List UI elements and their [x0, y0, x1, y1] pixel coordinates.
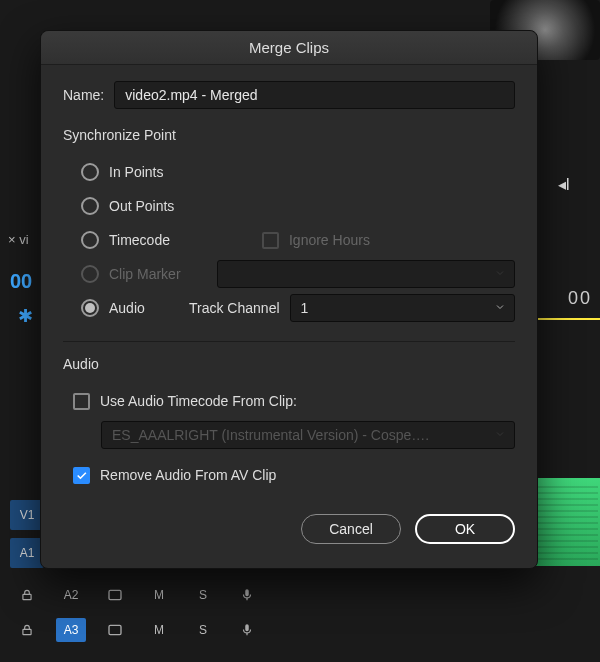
sync-point-group: Synchronize Point In Points Out Points T… [63, 127, 515, 325]
playhead-bar [535, 318, 600, 320]
chevron-down-icon [494, 266, 506, 282]
step-back-icon[interactable]: ◂I [558, 175, 570, 194]
lock-icon[interactable] [12, 583, 42, 607]
track-header-a1[interactable]: A1 [10, 538, 44, 568]
radio-audio[interactable] [81, 299, 99, 317]
track-label-a2[interactable]: A2 [56, 583, 86, 607]
track-label-a3[interactable]: A3 [56, 618, 86, 642]
separator [63, 341, 515, 342]
solo-button[interactable]: S [188, 618, 218, 642]
remove-audio-label: Remove Audio From AV Clip [100, 467, 276, 483]
radio-out-points-label: Out Points [109, 198, 174, 214]
radio-in-points[interactable] [81, 163, 99, 181]
svg-rect-0 [23, 594, 31, 599]
panel-close-label: × vi [8, 232, 29, 247]
audio-group: Audio Use Audio Timecode From Clip: ES_A… [63, 356, 515, 492]
clip-marker-select [217, 260, 515, 288]
track-output-icon[interactable] [100, 618, 130, 642]
voiceover-icon[interactable] [232, 618, 262, 642]
audio-clip-select: ES_AAALRIGHT (Instrumental Version) - Co… [101, 421, 515, 449]
track-channel-label: Track Channel [189, 300, 280, 316]
snap-icon[interactable]: ✱ [18, 305, 33, 327]
radio-in-points-label: In Points [109, 164, 163, 180]
track-channel-select[interactable]: 1 [290, 294, 515, 322]
name-input[interactable] [114, 81, 515, 109]
radio-out-points[interactable] [81, 197, 99, 215]
mute-button[interactable]: M [144, 618, 174, 642]
dialog-titlebar: Merge Clips [41, 31, 537, 65]
name-row: Name: [63, 81, 515, 109]
merge-clips-dialog: Merge Clips Name: Synchronize Point In P… [40, 30, 538, 569]
audio-clip-select-value: ES_AAALRIGHT (Instrumental Version) - Co… [112, 427, 429, 443]
chevron-down-icon [494, 427, 506, 443]
ignore-hours-label: Ignore Hours [289, 232, 370, 248]
mute-button[interactable]: M [144, 583, 174, 607]
track-row-a2: A2 M S [12, 580, 262, 610]
radio-audio-label: Audio [109, 300, 179, 316]
use-audio-tc-label: Use Audio Timecode From Clip: [100, 393, 297, 409]
audio-clip[interactable] [530, 478, 600, 566]
timecode-right: 00 [568, 288, 592, 309]
svg-rect-3 [109, 625, 121, 634]
sync-point-legend: Synchronize Point [63, 127, 515, 143]
svg-rect-1 [109, 590, 121, 599]
track-output-icon[interactable] [100, 583, 130, 607]
ok-button[interactable]: OK [415, 514, 515, 544]
voiceover-icon[interactable] [232, 583, 262, 607]
track-row-a3: A3 M S [12, 615, 262, 645]
dialog-button-row: Cancel OK [63, 514, 515, 544]
dialog-title: Merge Clips [249, 39, 329, 56]
checkbox-ignore-hours [262, 232, 279, 249]
audio-legend: Audio [63, 356, 515, 372]
radio-clip-marker-label: Clip Marker [109, 266, 207, 282]
timecode-readout: 00 [10, 270, 32, 293]
radio-clip-marker [81, 265, 99, 283]
track-channel-value: 1 [301, 300, 309, 316]
radio-timecode-label: Timecode [109, 232, 170, 248]
lock-icon[interactable] [12, 618, 42, 642]
solo-button[interactable]: S [188, 583, 218, 607]
cancel-button[interactable]: Cancel [301, 514, 401, 544]
checkbox-use-audio-tc[interactable] [73, 393, 90, 410]
radio-timecode[interactable] [81, 231, 99, 249]
checkbox-remove-audio[interactable] [73, 467, 90, 484]
track-header-v1[interactable]: V1 [10, 500, 44, 530]
name-label: Name: [63, 87, 104, 103]
svg-rect-2 [23, 629, 31, 634]
chevron-down-icon [494, 300, 506, 316]
